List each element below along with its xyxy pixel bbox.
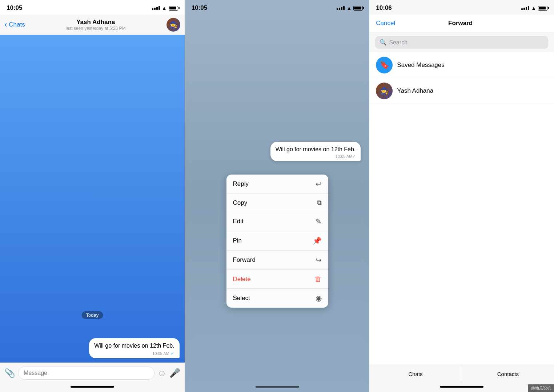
context-item-pin[interactable]: Pin 📌 [226, 231, 328, 251]
status-icons-3: ▲ [521, 5, 547, 11]
signal-bar-3-1 [521, 8, 523, 10]
signal-icon [152, 6, 160, 10]
tab-chats-label: Chats [408, 371, 422, 377]
edit-icon: ✎ [316, 217, 322, 226]
signal-bar-3-2 [523, 8, 525, 10]
context-item-select[interactable]: Select ◉ [226, 289, 328, 308]
bookmark-icon: 🔖 [380, 60, 389, 70]
chat-input-bar: 📎 ☺ 🎤 [0, 363, 185, 383]
saved-messages-name: Saved Messages [397, 61, 444, 69]
status-bar-2: 10:05 ▲ [185, 0, 370, 15]
chat-body: Today Will go for movies on 12th Feb. 10… [0, 35, 185, 363]
pin-icon: 📌 [313, 236, 322, 245]
signal-icon-3 [521, 6, 529, 10]
back-button[interactable]: ‹ Chats [4, 21, 25, 29]
status-bar-1: 10:05 ▲ [0, 0, 185, 15]
context-item-copy[interactable]: Copy ⧉ [226, 194, 328, 212]
wifi-icon-2: ▲ [346, 5, 352, 11]
time-3: 10:06 [376, 4, 392, 12]
context-item-delete[interactable]: Delete 🗑 [226, 270, 328, 289]
context-edit-label: Edit [233, 218, 244, 225]
battery-tip [178, 7, 180, 9]
home-bar-3 [440, 386, 483, 388]
watermark: @地瓜说机 [528, 384, 554, 392]
signal-bar-2-4 [343, 6, 345, 10]
message-bubble[interactable]: Will go for movies on 12th Feb. 10:05 AM… [89, 338, 180, 358]
context-forward-label: Forward [233, 256, 256, 264]
back-label[interactable]: Chats [9, 21, 25, 28]
search-placeholder: Search [389, 39, 408, 46]
panel-chat: 10:05 ▲ ‹ Chats Yash Adhana last seen ye… [0, 0, 185, 392]
battery-fill-2 [354, 7, 361, 9]
home-bar-2 [256, 386, 299, 388]
message-input[interactable] [18, 367, 154, 380]
context-message-text: Will go for movies on 12th Feb. [276, 146, 356, 152]
context-menu: Reply ↩ Copy ⧉ Edit ✎ Pin 📌 Forward ↪ De… [226, 175, 328, 308]
home-bar-1 [71, 386, 114, 388]
signal-bar-3-4 [528, 6, 529, 10]
yash-avatar: 🧙 [376, 83, 393, 99]
signal-bar-4 [158, 6, 160, 10]
tab-contacts-label: Contacts [497, 371, 519, 377]
cancel-button[interactable]: Cancel [376, 20, 395, 27]
search-icon: 🔍 [380, 39, 387, 46]
yash-name: Yash Adhana [397, 87, 433, 95]
panel-context: 10:05 ▲ Will go for movies on 12th Feb. … [185, 0, 370, 392]
signal-bar-2-1 [337, 8, 338, 10]
time-1: 10:05 [7, 4, 22, 12]
avatar[interactable]: 🧙 [166, 18, 180, 32]
select-icon: ◉ [316, 294, 322, 303]
battery-fill [169, 7, 176, 9]
signal-bar-1 [152, 8, 153, 10]
signal-bar-2-2 [339, 8, 340, 10]
forward-header: Cancel Forward [369, 15, 554, 32]
context-message-bubble: Will go for movies on 12th Feb. 10:05 AM… [270, 142, 361, 161]
status-bar-3: 10:06 ▲ [369, 0, 554, 15]
context-item-edit[interactable]: Edit ✎ [226, 212, 328, 231]
battery-tip-3 [548, 7, 549, 9]
context-message-time: 10:05 AM✓ [336, 154, 356, 159]
reply-icon: ↩ [316, 180, 322, 188]
tab-bar: Chats Contacts [369, 365, 554, 383]
contact-saved-messages[interactable]: 🔖 Saved Messages [369, 52, 554, 78]
signal-bar-2-3 [341, 7, 342, 10]
message-meta: 10:05 AM ✓ [94, 351, 174, 356]
status-icons-1: ▲ [152, 5, 178, 11]
battery-tip-2 [363, 7, 364, 9]
chevron-left-icon: ‹ [4, 21, 7, 29]
attachment-icon[interactable]: 📎 [4, 368, 15, 378]
saved-messages-avatar: 🔖 [376, 57, 393, 73]
forward-icon: ↪ [316, 256, 322, 264]
message-time: 10:05 AM [152, 351, 169, 356]
contacts-list: 🔖 Saved Messages 🧙 Yash Adhana [369, 52, 554, 365]
contact-name: Yash Adhana [76, 19, 115, 26]
copy-icon: ⧉ [317, 199, 322, 207]
wifi-icon-3: ▲ [531, 5, 536, 11]
context-reply-label: Reply [233, 180, 249, 188]
context-item-forward[interactable]: Forward ↪ [226, 251, 328, 270]
battery-fill-3 [539, 7, 546, 9]
panel-forward: 10:06 ▲ Cancel Forward 🔍 Search [369, 0, 554, 392]
avatar-image: 🧙 [166, 18, 180, 32]
home-indicator-3 [369, 383, 554, 392]
mic-icon[interactable]: 🎤 [169, 368, 180, 378]
battery-icon [169, 6, 178, 11]
forward-title: Forward [448, 20, 473, 27]
signal-bar-3-3 [526, 7, 527, 10]
signal-bar-3 [156, 7, 158, 10]
delete-icon: 🗑 [314, 275, 322, 283]
tab-contacts[interactable]: Contacts [462, 365, 554, 383]
search-container: 🔍 Search [369, 32, 554, 52]
context-delete-label: Delete [233, 276, 251, 283]
contact-yash-adhana[interactable]: 🧙 Yash Adhana [369, 78, 554, 104]
home-indicator-1 [0, 383, 185, 392]
chat-title-block: Yash Adhana last seen yesterday at 5:26 … [25, 19, 166, 31]
emoji-icon[interactable]: ☺ [157, 368, 166, 378]
battery-icon-2 [353, 6, 363, 11]
message-check-icon: ✓ [170, 351, 174, 356]
search-bar[interactable]: 🔍 Search [375, 36, 548, 49]
context-item-reply[interactable]: Reply ↩ [226, 175, 328, 194]
contact-status: last seen yesterday at 5:26 PM [66, 26, 126, 31]
context-message-meta: 10:05 AM✓ [276, 154, 356, 159]
tab-chats[interactable]: Chats [369, 365, 462, 383]
